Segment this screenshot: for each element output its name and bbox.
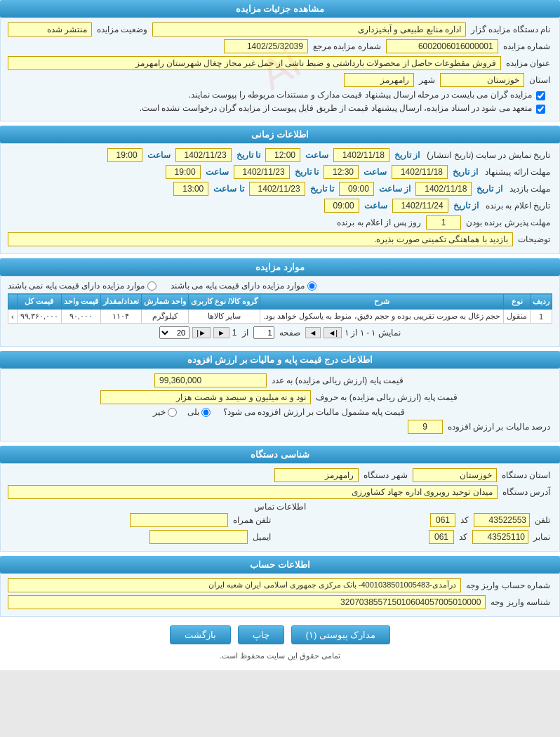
radio-no-price-label: موارد مزایده دارای قیمت پایه نمی باشند	[8, 281, 145, 291]
price-tax-header: اطلاعات درج قیمت پایه و مالیات بر ارزش ا…	[0, 351, 560, 368]
cell-unit: کیلوگرم	[141, 310, 188, 324]
pagination-last[interactable]: ►|	[192, 327, 211, 338]
pagination-next[interactable]: ►	[213, 327, 229, 338]
radio-no[interactable]: خیر	[153, 407, 177, 417]
tax-percent-value: 9	[408, 420, 443, 434]
fax-label: نمابر	[531, 532, 552, 542]
pagination-info: نمایش ۱ - ۱ از ۱	[345, 328, 401, 338]
attachment-button[interactable]: مدارک پیوستی (۱)	[291, 625, 391, 644]
to-time-label-2: ساعت	[204, 167, 231, 177]
device-city-value: رامهرمز	[274, 468, 359, 482]
from-time-label-3: از ساعت	[377, 184, 413, 194]
col-type: نوع	[504, 294, 531, 310]
yes-label: بلی	[187, 407, 199, 417]
contact-header: اطلاعات تماس	[252, 502, 308, 512]
tax-percent-label: درصد مالیات بر ارزش افزوده	[446, 422, 552, 432]
winner-from-time: 09:00	[324, 199, 359, 213]
fax-number: 43525110	[472, 530, 528, 544]
proposal-to-date: 1402/11/23	[234, 165, 290, 179]
table-row: 1 منقول حجم زغال به صورت تقریبی بوده و ح…	[8, 310, 552, 324]
device-info-header: شناسی دستگاه	[0, 446, 560, 463]
visit-date-label: مهلت بازدید	[507, 184, 552, 194]
radio-yes[interactable]: بلی	[187, 407, 211, 417]
proposal-from-time: 12:30	[324, 165, 359, 179]
tax-question-label: قیمت پایه مشمول مالیات بر ارزش افزوده می…	[221, 407, 408, 417]
cell-total-price: ۹۹,۳۶۰,۰۰۰	[17, 310, 61, 324]
fax-code-label: کد	[457, 532, 469, 542]
cell-category: سایر کالاها	[189, 310, 260, 324]
cell-row: 1	[531, 310, 552, 324]
device-city-label: شهر دستگاه	[361, 470, 409, 480]
back-button[interactable]: بازگشت	[170, 625, 231, 644]
description-value: بازدید با هماهنگی تکمینی صورت بذیره.	[8, 232, 513, 246]
no-label: خیر	[153, 407, 166, 417]
account-info-header: اطلاعات حساب	[0, 556, 560, 573]
province-label: استان	[527, 75, 552, 85]
auction-number-label: شماره مزایده	[501, 41, 552, 51]
from-time-label-1: ساعت	[303, 150, 331, 160]
print-button[interactable]: چاپ	[238, 625, 284, 644]
checkbox-motaahed[interactable]	[536, 105, 545, 114]
radio-has-price[interactable]: موارد مزایده دارای قیمت پایه می باشند	[171, 281, 316, 291]
visit-from-time: 09:00	[339, 182, 374, 196]
pagination-first[interactable]: |◄	[324, 327, 342, 338]
cell-quantity: ۱۱۰۴	[100, 310, 141, 324]
main-info-header: مشاهده جزئیات مزایده	[0, 0, 560, 18]
base-price-label: قیمت پایه (ارزش ریالی مزایده) به عدد	[269, 376, 406, 385]
account-number-label: شماره حساب واریز وجه	[464, 580, 552, 590]
from-time-label-2: ساعت	[361, 167, 389, 177]
per-page-select[interactable]: 20 50 100	[159, 326, 189, 339]
from-time-label-4: ساعت	[362, 201, 389, 211]
cell-unit-price: ۹۰,۰۰۰	[61, 310, 100, 324]
checkbox-mdarek[interactable]	[536, 91, 545, 100]
device-province-label: استان دستگاه	[500, 470, 552, 480]
from-label-1: از تاریخ	[392, 150, 422, 160]
phone-code: 061	[430, 513, 455, 527]
visit-to-time: 13:00	[173, 182, 208, 196]
accept-winner-unit: روز پس از اعلام به برنده	[335, 218, 423, 227]
province-value: خوزستان	[440, 73, 524, 87]
proposal-to-time: 19:00	[166, 165, 201, 179]
display-date-label: تاریخ نمایش در سایت (تاریخ انتشار)	[425, 150, 552, 160]
phone-code-label: کد	[458, 515, 471, 525]
radio-no-price[interactable]: موارد مزایده دارای قیمت پایه نمی باشند	[8, 281, 156, 291]
account-number-value: درآمدی-4001038501005483- بانک مرکزی جمهو…	[8, 578, 461, 592]
sheba-label: شناسه واریز وجه	[488, 597, 552, 607]
pagination-prev[interactable]: ◄	[305, 327, 321, 338]
col-unit: واحد شمارش	[141, 294, 188, 310]
description-label: توضیحات	[516, 234, 552, 244]
col-total-price: قیمت کل	[17, 294, 61, 310]
checkbox-mdarek-label: مزایده گران می بایست در مرحله ارسال پیشن…	[189, 90, 532, 100]
visit-to-date: 1402/11/23	[249, 182, 305, 196]
from-label-3: از تاریخ	[474, 184, 504, 194]
col-action	[8, 294, 18, 310]
mobile-value	[130, 513, 228, 527]
page-input[interactable]	[253, 326, 274, 339]
display-to-time: 19:00	[107, 148, 142, 162]
page-label: صفحه	[277, 328, 302, 338]
of-label: از	[240, 328, 251, 338]
base-price-value: 99,360,000	[154, 373, 267, 387]
phone-number: 43522553	[474, 513, 530, 527]
mobile-label: تلفن همراه	[231, 515, 273, 525]
time-info-header: اطلاعات زمانی	[0, 126, 560, 143]
title-label: عنوان مزایده	[504, 58, 552, 68]
status-label: وضعیت مزایده	[95, 25, 149, 34]
auction-items-header: موارد مزایده	[0, 258, 560, 276]
org-name-label: نام دستگاه مزایده گزار	[469, 25, 552, 34]
accept-winner-value: 1	[426, 215, 461, 230]
fax-row: نمابر 43525110 کد 061	[287, 530, 552, 544]
auction-number-value: 6002006016000001	[386, 39, 498, 53]
cell-detail-btn[interactable]: ›	[8, 310, 18, 324]
phone-label: تلفن	[533, 515, 552, 525]
to-label-1: تا تاریخ	[234, 150, 262, 160]
cell-type: منقول	[504, 310, 531, 324]
to-label-2: تا تاریخ	[293, 167, 321, 177]
to-time-label-1: ساعت	[145, 150, 173, 160]
base-price-text-label: قیمت پایه (ارزش ریالی مزایده) به حروف	[314, 392, 460, 402]
proposal-from-date: 1402/11/18	[392, 165, 448, 179]
device-address-value: میدان توحید روبروی اداره جهاد کشاورزی	[8, 485, 498, 499]
city-value: رامهرمز	[344, 73, 414, 87]
email-value	[149, 530, 248, 544]
radio-has-price-label: موارد مزایده دارای قیمت پایه می باشند	[171, 281, 305, 291]
